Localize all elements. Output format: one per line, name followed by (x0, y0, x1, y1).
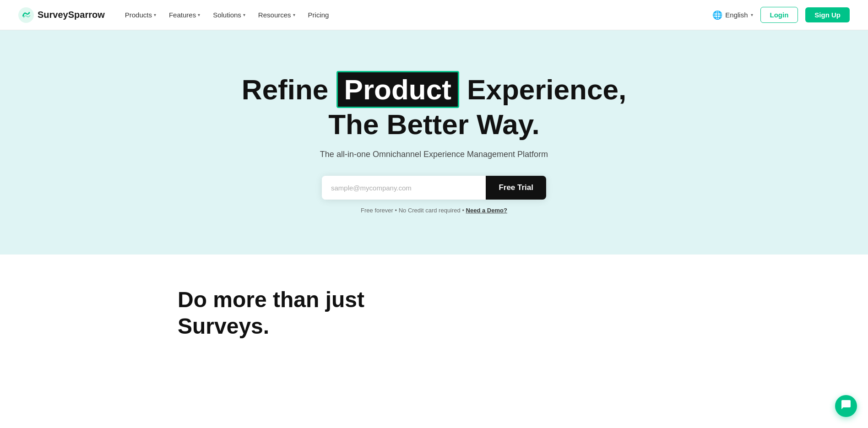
logo[interactable]: SurveySparrow (18, 7, 105, 23)
hero-note-text: Free forever • No Credit card required • (361, 207, 464, 214)
hero-note: Free forever • No Credit card required •… (361, 207, 507, 214)
navbar-right: 🌐 English ▾ Login Sign Up (712, 7, 850, 23)
logo-icon (18, 7, 34, 23)
chat-bubble[interactable] (835, 395, 857, 417)
globe-icon: 🌐 (712, 10, 722, 20)
lower-section: Do more than just Surveys. (0, 255, 868, 428)
language-label: English (725, 11, 748, 19)
chat-icon (841, 399, 852, 413)
hero-section: Refine Product Experience, The Better Wa… (0, 30, 868, 255)
nav-item-products[interactable]: Products ▾ (119, 7, 162, 22)
lower-heading: Do more than just Surveys. (178, 287, 407, 339)
hero-form: Free Trial (322, 176, 546, 200)
email-input[interactable] (322, 176, 486, 200)
chevron-down-icon: ▾ (293, 12, 295, 17)
svg-point-2 (28, 12, 30, 13)
nav-item-pricing[interactable]: Pricing (303, 7, 335, 22)
svg-point-1 (22, 15, 24, 16)
chevron-down-icon: ▾ (154, 12, 156, 17)
need-demo-link[interactable]: Need a Demo? (466, 207, 507, 214)
nav-item-features[interactable]: Features ▾ (163, 7, 206, 22)
logo-text: SurveySparrow (38, 10, 105, 20)
hero-title-highlight: Product (336, 71, 459, 108)
language-selector[interactable]: 🌐 English ▾ (712, 10, 753, 20)
nav-links: Products ▾ Features ▾ Solutions ▾ Resour… (119, 7, 335, 22)
signup-button[interactable]: Sign Up (805, 7, 850, 22)
nav-item-resources[interactable]: Resources ▾ (253, 7, 301, 22)
navbar: SurveySparrow Products ▾ Features ▾ Solu… (0, 0, 868, 30)
nav-item-solutions[interactable]: Solutions ▾ (207, 7, 251, 22)
free-trial-button[interactable]: Free Trial (486, 176, 546, 200)
chevron-down-icon: ▾ (243, 12, 245, 17)
hero-title-suffix: Experience, (467, 74, 626, 105)
svg-point-0 (18, 7, 34, 23)
navbar-left: SurveySparrow Products ▾ Features ▾ Solu… (18, 7, 334, 23)
hero-subtitle: The all-in-one Omnichannel Experience Ma… (320, 150, 548, 159)
lower-content: Do more than just Surveys. (159, 287, 709, 339)
lower-heading-line1: Do more than just (178, 287, 364, 312)
chevron-down-icon: ▾ (751, 12, 753, 17)
login-button[interactable]: Login (760, 7, 798, 23)
hero-title-line2: The Better Way. (328, 108, 540, 140)
lower-heading-line2: Surveys. (178, 314, 269, 338)
hero-title: Refine Product Experience, The Better Wa… (242, 71, 626, 141)
chevron-down-icon: ▾ (198, 12, 200, 17)
hero-title-prefix: Refine (242, 74, 328, 105)
